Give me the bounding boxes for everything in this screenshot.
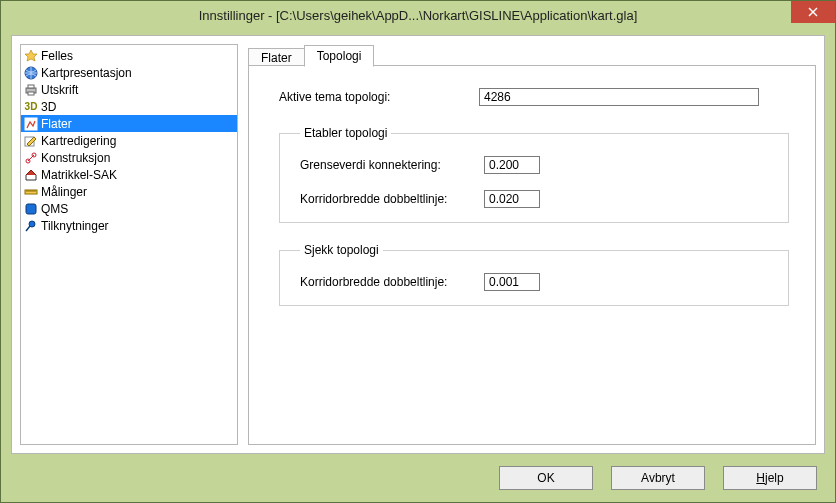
tree-item-label: Felles (41, 49, 73, 63)
svg-rect-4 (28, 85, 34, 88)
tab-body-topologi: Aktive tema topologi: Etabler topologi G… (248, 65, 816, 445)
input-aktive-tema[interactable] (479, 88, 759, 106)
tree-item-label: 3D (41, 100, 56, 114)
tree-item[interactable]: Utskrift (21, 81, 237, 98)
3d-icon: 3D (23, 99, 39, 115)
titlebar: Innstillinger - [C:\Users\geihek\AppD...… (1, 1, 835, 29)
felles-icon (23, 48, 39, 64)
label-aktive-tema: Aktive tema topologi: (279, 90, 479, 104)
tree-item[interactable]: Tilknytninger (21, 217, 237, 234)
help-button[interactable]: Hjelp (723, 466, 817, 490)
tree-item-label: Tilknytninger (41, 219, 109, 233)
tree-item-label: Flater (41, 117, 72, 131)
tree-item[interactable]: Målinger (21, 183, 237, 200)
tab-strip: FlaterTopologi (248, 44, 816, 66)
tree-item[interactable]: Felles (21, 47, 237, 64)
help-rest: jelp (765, 471, 784, 485)
close-icon (808, 7, 818, 17)
tab-topologi[interactable]: Topologi (304, 45, 375, 67)
label-etabler-korridor: Korridorbredde dobbeltlinje: (300, 192, 484, 206)
editmap-icon (23, 133, 39, 149)
tree-item[interactable]: Kartpresentasjon (21, 64, 237, 81)
printer-icon (23, 82, 39, 98)
input-grenseverdi[interactable] (484, 156, 540, 174)
label-sjekk-korridor: Korridorbredde dobbeltlinje: (300, 275, 484, 289)
tree-item-label: Konstruksjon (41, 151, 110, 165)
svg-rect-5 (28, 92, 34, 95)
tree-item-label: Kartpresentasjon (41, 66, 132, 80)
pin-icon (23, 218, 39, 234)
tree-item-label: Utskrift (41, 83, 78, 97)
tree-item[interactable]: Flater (21, 115, 237, 132)
label-grenseverdi: Grenseverdi konnektering: (300, 158, 484, 172)
right-panel: FlaterTopologi Aktive tema topologi: Eta… (248, 44, 816, 445)
flater-icon (23, 116, 39, 132)
tree-item-label: Målinger (41, 185, 87, 199)
qms-icon (23, 201, 39, 217)
globe-icon (23, 65, 39, 81)
window-title: Innstillinger - [C:\Users\geihek\AppD...… (1, 8, 835, 23)
tree-item-label: Kartredigering (41, 134, 116, 148)
group-sjekk-topologi: Sjekk topologi Korridorbredde dobbeltlin… (279, 243, 789, 306)
input-etabler-korridor[interactable] (484, 190, 540, 208)
ok-button[interactable]: OK (499, 466, 593, 490)
row-etabler-korridor: Korridorbredde dobbeltlinje: (300, 190, 768, 208)
legend-etabler: Etabler topologi (300, 126, 391, 140)
cancel-button[interactable]: Avbryt (611, 466, 705, 490)
svg-line-19 (26, 226, 30, 231)
tree-item-label: QMS (41, 202, 68, 216)
tree-item[interactable]: QMS (21, 200, 237, 217)
tree-item[interactable]: Konstruksjon (21, 149, 237, 166)
construct-icon (23, 150, 39, 166)
settings-window: Innstillinger - [C:\Users\geihek\AppD...… (0, 0, 836, 503)
measure-icon (23, 184, 39, 200)
svg-rect-17 (26, 204, 36, 214)
tree-item[interactable]: 3D3D (21, 98, 237, 115)
category-tree: FellesKartpresentasjonUtskrift3D3DFlater… (20, 44, 238, 445)
dialog-button-row: OK Avbryt Hjelp (499, 466, 817, 490)
tree-item[interactable]: Matrikkel-SAK (21, 166, 237, 183)
group-etabler-topologi: Etabler topologi Grenseverdi konnekterin… (279, 126, 789, 223)
row-grenseverdi: Grenseverdi konnektering: (300, 156, 768, 174)
row-aktive-tema: Aktive tema topologi: (279, 88, 789, 106)
close-button[interactable] (791, 1, 835, 23)
content-area: FellesKartpresentasjonUtskrift3D3DFlater… (11, 35, 825, 454)
svg-line-10 (28, 155, 34, 161)
house-icon (23, 167, 39, 183)
tree-item[interactable]: Kartredigering (21, 132, 237, 149)
help-accel: H (756, 471, 765, 485)
tree-item-label: Matrikkel-SAK (41, 168, 117, 182)
legend-sjekk: Sjekk topologi (300, 243, 383, 257)
row-sjekk-korridor: Korridorbredde dobbeltlinje: (300, 273, 768, 291)
input-sjekk-korridor[interactable] (484, 273, 540, 291)
